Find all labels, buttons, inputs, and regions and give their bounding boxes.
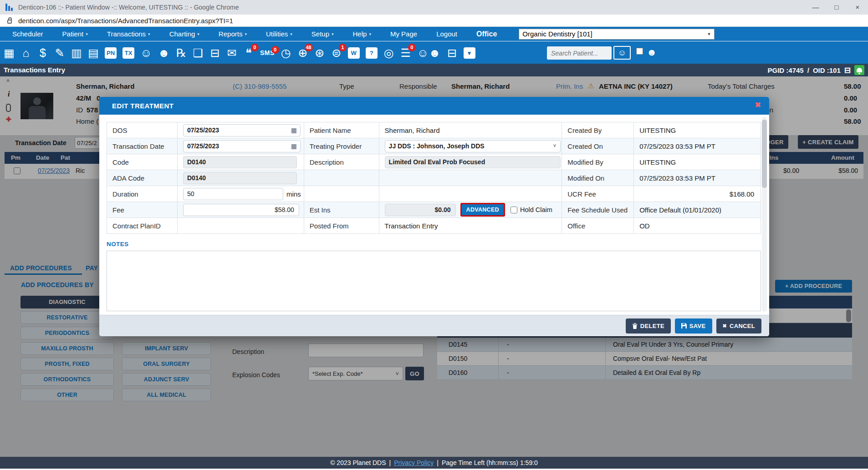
charting-icon[interactable]: ✎ <box>54 47 65 59</box>
duration-input[interactable] <box>183 188 283 200</box>
chevron-down-icon: ▾ <box>148 32 150 36</box>
patient-forms-badge: 1 <box>339 44 347 51</box>
contract-planid-label: Contract PlanID <box>107 218 178 234</box>
nav-utilities[interactable]: Utilities▾ <box>266 30 292 38</box>
privacy-policy-link[interactable]: Privacy Policy <box>394 459 434 466</box>
documents-icon[interactable]: ❏ <box>193 47 204 59</box>
ucr-fee-value: $168.00 <box>634 186 761 202</box>
progress-notes-icon[interactable]: PN <box>105 47 117 59</box>
modal-scrollbar[interactable] <box>762 117 767 312</box>
office-select[interactable]: Organic Dentistry [101] ▼ <box>519 29 715 40</box>
save-button[interactable]: SAVE <box>675 318 712 334</box>
scheduler-icon[interactable]: ▦ <box>4 47 15 59</box>
pgid-value: PGID :4745 <box>768 66 804 74</box>
online-scheduling-icon[interactable]: ⊛ <box>314 47 325 59</box>
cancel-button[interactable]: ✖ CANCEL <box>716 318 762 334</box>
nav-charting[interactable]: Charting▾ <box>169 30 199 38</box>
eservices-badge: 48 <box>305 44 313 51</box>
modal-close-icon[interactable]: ✖ <box>755 101 761 109</box>
restorative-chart-icon[interactable]: ▥ <box>71 47 82 59</box>
statements-icon[interactable]: ☰0 <box>400 47 411 59</box>
cancel-x-icon: ✖ <box>723 323 727 329</box>
dos-label: DOS <box>107 122 178 138</box>
nav-my-page[interactable]: My Page <box>390 30 417 38</box>
modal-scrollbar-thumb[interactable] <box>762 120 767 188</box>
url-text[interactable]: denticon.com/aspx/Transactions/AdvancedT… <box>18 17 233 25</box>
messages-icon[interactable]: ❝0 <box>243 47 254 59</box>
nav-setup[interactable]: Setup▾ <box>311 30 334 38</box>
select-arrow-icon: ▼ <box>707 32 711 36</box>
contract-planid-value[interactable] <box>178 218 304 234</box>
prescriptions-icon[interactable]: ℞ <box>176 47 187 59</box>
add-patient-icon[interactable]: ☺ <box>140 47 152 59</box>
time-clock-icon[interactable]: ◷ <box>281 47 291 59</box>
office-label: Office <box>562 218 634 234</box>
est-ins-label: Est Ins <box>304 202 379 218</box>
hold-claim-checkbox[interactable] <box>511 207 517 213</box>
person-search-icon: ☺ <box>618 48 626 58</box>
minimize-button[interactable]: — <box>805 0 826 15</box>
treatment-fields-table: DOS ▦ Patient Name Sherman, Richard Crea… <box>107 122 761 234</box>
treating-provider-select[interactable]: JJ DDS : Johnson, Joseph DDS˅ <box>385 140 561 152</box>
created-on-value: 07/25/2023 03:53 PM PT <box>634 138 761 154</box>
created-by-label: Created By <box>562 122 634 138</box>
office-label: Office <box>476 30 497 38</box>
treatment-plans-icon[interactable]: TX <box>123 47 134 59</box>
notes-textarea[interactable] <box>107 251 761 311</box>
tooth-w-icon[interactable]: W <box>348 47 360 59</box>
home-icon[interactable]: ⌂ <box>20 47 31 59</box>
dos-input[interactable] <box>183 124 301 136</box>
perio-chart-icon[interactable]: ▤ <box>88 47 99 59</box>
main-nav: Scheduler Patient▾ Transactions▾ Chartin… <box>0 27 868 41</box>
calendar-icon[interactable]: ▦ <box>291 126 297 134</box>
family-search-icon[interactable]: ☻ <box>647 47 657 57</box>
patient-name-label: Patient Name <box>304 122 379 138</box>
window-titlebar: Denticon-106 ::- Patient Window -:: Welc… <box>0 0 868 15</box>
edit-treatment-modal: EDIT TREATMENT ✖ DOS ▦ Patient Name Sher… <box>99 97 769 336</box>
search-filter-checkbox[interactable] <box>636 48 643 55</box>
search-patient-input[interactable] <box>547 46 612 60</box>
modal-footer: DELETE SAVE ✖ CANCEL <box>99 315 769 336</box>
treating-provider-label: Treating Provider <box>304 138 379 154</box>
delete-button[interactable]: DELETE <box>626 318 671 334</box>
denticon-logo-icon <box>5 4 13 11</box>
maximize-button[interactable]: □ <box>826 0 847 15</box>
payments-icon[interactable]: $ <box>37 47 48 59</box>
nav-transactions[interactable]: Transactions▾ <box>107 30 150 38</box>
nav-logout[interactable]: Logout <box>436 30 457 38</box>
nav-scheduler[interactable]: Scheduler <box>12 30 43 38</box>
calendar-icon[interactable]: ▦ <box>291 142 297 150</box>
modified-by-label: Modified By <box>562 154 634 170</box>
print-page-icon[interactable]: ⊟ <box>844 66 851 75</box>
fee-schedule-label: Fee Schedule Used <box>562 202 634 218</box>
patient-search-button[interactable]: ☺ <box>613 46 631 60</box>
messages-badge: 0 <box>251 44 259 51</box>
print-icon[interactable]: ⊟ <box>209 47 220 59</box>
trash-icon <box>632 323 638 329</box>
select-caret-icon: ˅ <box>553 143 557 149</box>
fax-icon[interactable]: ✉ <box>226 47 237 59</box>
transaction-date-input[interactable] <box>183 140 301 152</box>
nav-patient[interactable]: Patient▾ <box>62 30 88 38</box>
tooth-help-icon[interactable]: ? <box>366 47 378 59</box>
sms-badge: 0 <box>271 46 279 54</box>
modified-on-label: Modified On <box>562 170 634 186</box>
hold-claim-label: Hold Claim <box>520 206 552 213</box>
add-account-icon[interactable]: ☻ <box>158 47 170 59</box>
advanced-button[interactable]: ADVANCED <box>460 203 505 217</box>
close-window-button[interactable]: × <box>847 0 868 15</box>
collapse-toolbar-icon[interactable]: ▾ <box>464 47 475 59</box>
notifications-button[interactable] <box>854 65 864 75</box>
fee-input[interactable] <box>183 204 299 216</box>
est-ins-field: $0.00 <box>385 204 456 216</box>
url-bar[interactable]: denticon.com/aspx/Transactions/AdvancedT… <box>0 15 868 27</box>
sms-icon[interactable]: SMS0 <box>260 50 275 56</box>
print-queue-icon[interactable]: ⊟ <box>447 47 458 59</box>
code-field: D0140 <box>183 156 297 168</box>
eservices-icon[interactable]: ⊕48 <box>297 47 308 59</box>
nav-help[interactable]: Help▾ <box>353 30 371 38</box>
claim-status-icon[interactable]: ◎ <box>383 47 394 59</box>
family-file-icon[interactable]: ☺☻ <box>417 47 441 59</box>
nav-reports[interactable]: Reports▾ <box>219 30 247 38</box>
patient-forms-icon[interactable]: ⊜1 <box>331 47 342 59</box>
